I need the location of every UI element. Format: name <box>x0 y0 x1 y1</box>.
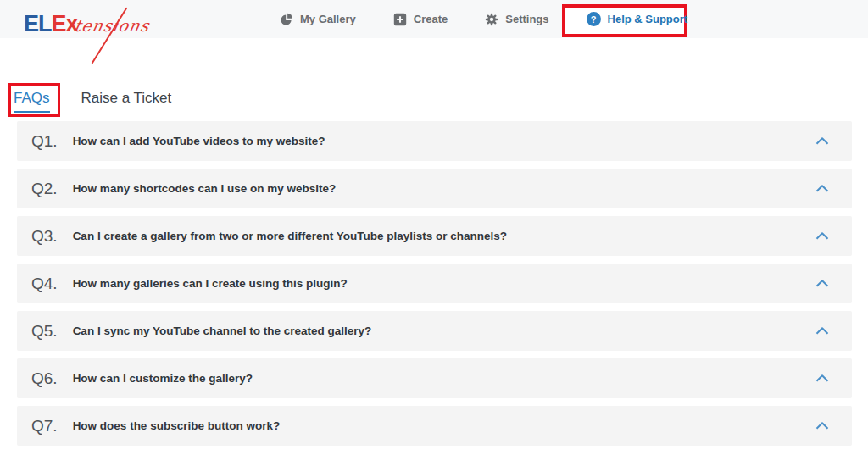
faq-question: Can I create a gallery from two or more … <box>73 230 507 242</box>
faq-question: How many galleries can I create using th… <box>73 277 348 290</box>
nav-label: My Gallery <box>300 13 356 25</box>
faq-number: Q2. <box>31 180 58 198</box>
elextensions-logo[interactable]: ELExtensions <box>24 11 149 37</box>
nav-label: Help & Support <box>608 13 688 25</box>
faq-number: Q7. <box>31 417 58 435</box>
nav-item-create[interactable]: Create <box>393 13 448 26</box>
chevron-up-icon[interactable] <box>815 185 829 192</box>
nav-item-settings[interactable]: Settings <box>485 13 548 26</box>
nav-item-my-gallery[interactable]: My Gallery <box>280 13 356 26</box>
faq-number: Q1. <box>31 132 58 151</box>
nav-label: Create <box>414 13 448 25</box>
faq-number: Q4. <box>31 275 58 293</box>
nav-item-help-support[interactable]: ? Help & Support <box>587 12 688 26</box>
faq-number: Q5. <box>31 322 58 341</box>
faq-number: Q3. <box>31 227 58 246</box>
logo-text-blue: EL <box>24 11 52 36</box>
faq-row-q2[interactable]: Q2. How many shortcodes can I use on my … <box>17 169 852 208</box>
chevron-up-icon[interactable] <box>815 280 829 287</box>
gear-icon <box>485 13 498 26</box>
faq-row-q1[interactable]: Q1. How can I add YouTube videos to my w… <box>17 121 852 161</box>
faq-question: Can I sync my YouTube channel to the cre… <box>73 325 372 337</box>
faq-row-q3[interactable]: Q3. Can I create a gallery from two or m… <box>17 216 852 256</box>
help-question-icon: ? <box>587 12 601 26</box>
top-navigation: My Gallery Create Settings <box>280 0 687 38</box>
annotation-box-faqs <box>8 83 60 117</box>
faq-number: Q6. <box>31 369 58 388</box>
tab-raise-a-ticket[interactable]: Raise a Ticket <box>81 90 172 107</box>
faq-row-q4[interactable]: Q4. How many galleries can I create usin… <box>17 264 852 303</box>
create-plus-icon <box>393 13 407 26</box>
faq-list: Q1. How can I add YouTube videos to my w… <box>17 121 852 453</box>
chevron-up-icon[interactable] <box>815 374 829 382</box>
faq-row-q6[interactable]: Q6. How can I customize the gallery? <box>17 358 852 398</box>
gallery-icon <box>280 13 293 26</box>
faq-question: How can I add YouTube videos to my websi… <box>73 135 326 147</box>
chevron-up-icon[interactable] <box>815 327 829 335</box>
faq-row-q7[interactable]: Q7. How does the subscribe button work? <box>17 406 852 446</box>
chevron-up-icon[interactable] <box>815 422 829 430</box>
faq-question: How does the subscribe button work? <box>73 419 281 432</box>
faq-question: How can I customize the gallery? <box>73 372 253 385</box>
faq-question: How many shortcodes can I use on my webs… <box>73 182 337 195</box>
nav-label: Settings <box>505 13 548 25</box>
chevron-up-icon[interactable] <box>815 232 829 240</box>
chevron-up-icon[interactable] <box>815 137 829 145</box>
faq-row-q5[interactable]: Q5. Can I sync my YouTube channel to the… <box>17 311 852 351</box>
